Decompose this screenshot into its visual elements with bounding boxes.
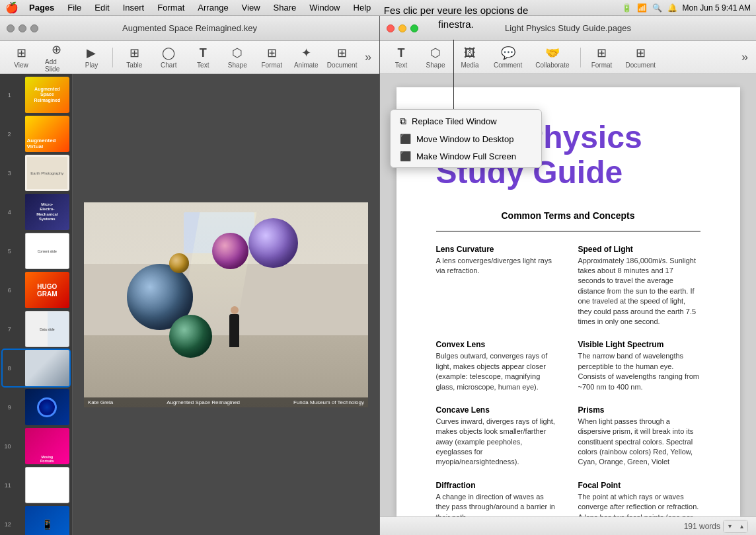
menu-item-replace-tiled[interactable]: ⧉ Replace Tiled Window [391, 112, 541, 130]
slide-item-12[interactable]: 12 📱 [3, 506, 69, 535]
keynote-window: Augmented Space Reimagined.key ⊞ View ⊕ … [0, 16, 380, 535]
pages-toolbar-sep [580, 48, 581, 67]
chart-button[interactable]: ◯ Chart [153, 43, 184, 71]
menu-file[interactable]: File [65, 3, 84, 13]
menu-view[interactable]: View [239, 3, 263, 13]
slide-item-9[interactable]: 9 [3, 389, 69, 425]
menu-arrange[interactable]: Arrange [195, 3, 231, 13]
pages-minimize-button[interactable] [398, 24, 406, 32]
battery-icon: 🔋 [622, 3, 632, 13]
pages-media-button[interactable]: 🖼 Media [454, 44, 486, 71]
view-icon: ⊞ [17, 46, 26, 60]
pages-comment-button[interactable]: 💬 Comment [488, 43, 527, 71]
fullscreen-icon: ⬛ [400, 151, 411, 161]
minimize-button[interactable] [19, 24, 26, 32]
sphere-small [169, 253, 189, 273]
caption-right: Funda Museum of Technology [293, 399, 364, 405]
animate-icon: ✦ [301, 46, 311, 60]
shape-icon: ⬡ [232, 46, 243, 60]
term-label-visible-light: Visible Light Spectrum [578, 340, 700, 349]
room-floor [84, 335, 368, 407]
pages-text-button[interactable]: T Text [385, 44, 417, 71]
view-button[interactable]: ⊞ View [5, 43, 37, 71]
slide-item-2[interactable]: 2 Augmented Virtual [3, 116, 69, 152]
pages-document-icon: ⊞ [636, 46, 646, 60]
dropdown-menu: ⧉ Replace Tiled Window ⬛ Move Window to … [390, 109, 542, 168]
toolbar-more[interactable]: » [362, 48, 374, 67]
doc-columns: Lens Curvature A lens converges/diverges… [436, 245, 700, 516]
pages-collaborate-label: Collaborate [535, 62, 569, 69]
pages-format-label: Format [591, 62, 613, 69]
notification-icon[interactable]: 🔔 [667, 3, 677, 13]
keynote-titlebar: Augmented Space Reimagined.key [0, 16, 379, 41]
doc-subtitle: Common Terms and Concepts [436, 210, 700, 221]
menu-item-move-desktop[interactable]: ⬛ Move Window to Desktop [391, 130, 541, 147]
add-slide-label: Add Slide [45, 58, 67, 73]
maximize-button[interactable] [30, 24, 38, 32]
person-silhouette [226, 306, 243, 346]
menu-help[interactable]: Help [351, 3, 374, 13]
slide-item-1[interactable]: 1 AugmentedSpaceReimagined [3, 77, 69, 113]
table-button[interactable]: ⊞ Table [118, 43, 150, 71]
pages-shape-button[interactable]: ⬡ Shape [420, 43, 451, 71]
pages-toolbar-more[interactable]: » [739, 48, 751, 67]
menu-window[interactable]: Window [307, 3, 342, 13]
slide-item-4[interactable]: 4 Micro-Electro-MechanicalSystems [3, 194, 69, 230]
play-icon: ▶ [87, 46, 96, 60]
format-button[interactable]: ⊞ Format [256, 43, 287, 71]
pages-titlebar: Light Physics Study Guide.pages [380, 16, 756, 41]
menubar-right: 🔋 📶 🔍 🔔 Mon Jun 5 9:41 AM [622, 3, 751, 13]
caption-left: Kate Grela [88, 399, 113, 405]
word-count-stepper[interactable]: ▾ ▴ [723, 520, 748, 533]
stepper-down-button[interactable]: ▾ [724, 520, 736, 532]
term-diffraction: Diffraction A change in direction of wav… [436, 481, 558, 516]
pages-collaborate-button[interactable]: 🤝 Collaborate [530, 43, 574, 71]
add-slide-button[interactable]: ⊕ Add Slide [40, 40, 73, 75]
desktop: Augmented Space Reimagined.key ⊞ View ⊕ … [0, 16, 756, 535]
slide-item-10[interactable]: 10 Moving Portraits [3, 428, 69, 464]
slide-item-7[interactable]: 7 Data slide [3, 311, 69, 347]
pages-close-button[interactable] [387, 24, 395, 32]
shape-button[interactable]: ⬡ Shape [221, 43, 253, 71]
pages-shape-label: Shape [426, 62, 445, 69]
pages-document-label: Document [626, 62, 656, 69]
menu-format[interactable]: Format [155, 3, 187, 13]
play-button[interactable]: ▶ Play [75, 43, 107, 71]
menu-item-fullscreen-label: Make Window Full Screen [416, 151, 516, 161]
menu-edit[interactable]: Edit [92, 3, 112, 13]
apple-menu[interactable]: 🍎 [5, 1, 19, 14]
slide-main-area: Kate Grela Augmented Space Reimagined Fu… [73, 74, 379, 535]
callout-line [453, 40, 454, 112]
view-label: View [14, 62, 28, 69]
document-button[interactable]: ⊞ Document [324, 43, 359, 71]
term-convex-lens: Convex Lens Bulges outward, converges ra… [436, 340, 558, 392]
toolbar-sep-1 [112, 48, 113, 67]
pages-toolbar: T Text ⬡ Shape 🖼 Media 💬 Comment 🤝 Colla… [380, 41, 756, 74]
search-icon[interactable]: 🔍 [652, 3, 662, 13]
sphere-4 [169, 315, 212, 358]
term-visible-light: Visible Light Spectrum The narrow band o… [578, 340, 700, 392]
close-button[interactable] [7, 24, 15, 32]
animate-button[interactable]: ✦ Animate [290, 43, 322, 71]
stepper-up-button[interactable]: ▴ [736, 520, 747, 532]
pages-comment-icon: 💬 [501, 46, 515, 60]
slide-item-8[interactable]: 8 [3, 350, 69, 386]
text-label: Text [197, 62, 209, 69]
document-label: Document [327, 62, 358, 69]
slide-item-6[interactable]: 6 HUGOGRAM [3, 272, 69, 308]
pages-traffic-lights [387, 24, 418, 32]
slide-item-5[interactable]: 5 Content slide [3, 233, 69, 269]
pages-document-button[interactable]: ⊞ Document [621, 43, 662, 71]
format-label: Format [261, 62, 282, 69]
slide-item-3[interactable]: 3 Earth Photography [3, 155, 69, 191]
table-icon: ⊞ [130, 46, 139, 60]
menu-share[interactable]: Share [271, 3, 299, 13]
slide-item-11[interactable]: 11 [3, 467, 69, 503]
pages-maximize-button[interactable] [410, 24, 418, 32]
pages-format-button[interactable]: ⊞ Format [586, 43, 618, 71]
menu-pages[interactable]: Pages [26, 3, 57, 13]
menu-insert[interactable]: Insert [120, 3, 147, 13]
menu-item-fullscreen[interactable]: ⬛ Make Window Full Screen [391, 147, 541, 165]
text-button[interactable]: T Text [187, 44, 219, 71]
text-icon: T [200, 46, 207, 60]
